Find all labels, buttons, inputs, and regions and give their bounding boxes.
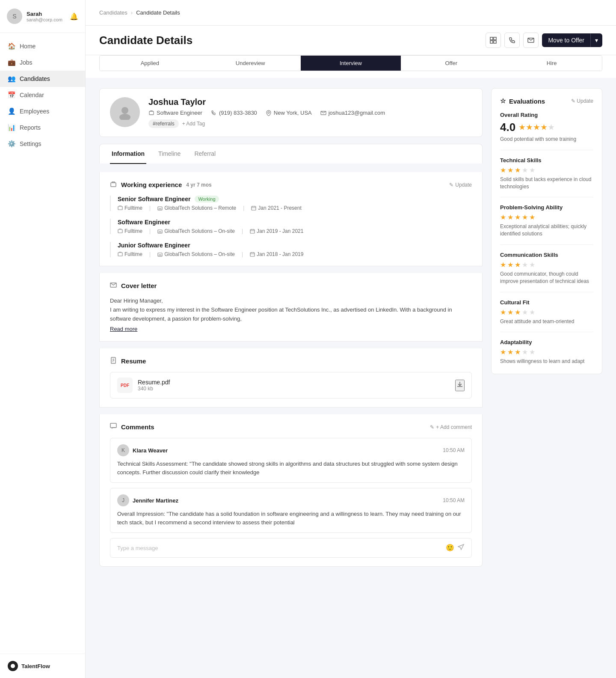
candidates-icon: 👥 xyxy=(8,75,15,83)
download-resume-button[interactable] xyxy=(455,380,465,391)
stage-interview[interactable]: Interview xyxy=(301,56,401,71)
work-period: Jan 2019 - Jan 2021 xyxy=(250,228,303,234)
sidebar-item-reports[interactable]: 📊 Reports xyxy=(0,119,85,136)
work-experience-update-link[interactable]: ✎ Update xyxy=(449,182,472,188)
svg-point-0 xyxy=(11,664,15,668)
stage-applied[interactable]: Applied xyxy=(100,56,200,71)
resume-filename: Resume.pdf xyxy=(138,379,170,386)
problem-solving-label: Problem-Solving Ability xyxy=(500,204,593,211)
svg-rect-3 xyxy=(490,41,493,43)
comment-time: 10:50 AM xyxy=(443,497,465,503)
edit-icon: ✎ xyxy=(571,98,575,104)
emoji-icon[interactable]: 🙂 xyxy=(446,544,454,552)
tab-information[interactable]: Information xyxy=(110,144,146,164)
cover-letter-text: Dear Hiring Manager,I am writing to expr… xyxy=(110,297,472,323)
user-name: Sarah xyxy=(27,11,65,17)
cover-letter-header: Cover letter xyxy=(110,282,472,290)
home-icon: 🏠 xyxy=(8,42,15,50)
notification-bell-icon[interactable]: 🔔 xyxy=(70,12,78,21)
topbar: Candidates › Candidate Details xyxy=(86,0,616,26)
sidebar-item-label: Settings xyxy=(20,140,41,147)
comments-section: Comments ✎ + Add comment K Klara Weaver xyxy=(99,414,483,567)
tag-referrals[interactable]: #referrals xyxy=(148,119,179,128)
sidebar-item-employees[interactable]: 👤 Employees xyxy=(0,103,85,119)
jobs-icon: 💼 xyxy=(8,59,15,66)
send-icon[interactable] xyxy=(458,544,465,552)
stage-bar: Applied Undereview Interview Offer Hire xyxy=(99,55,602,71)
breadcrumb-parent[interactable]: Candidates xyxy=(99,9,127,16)
move-to-offer-button[interactable]: Move to Offer ▾ xyxy=(542,33,602,47)
main-content: Candidates › Candidate Details Candidate… xyxy=(86,0,616,678)
cultural-fit-stars: ★ ★ ★ ★ ★ xyxy=(500,308,593,316)
tab-timeline[interactable]: Timeline xyxy=(157,144,182,164)
sidebar-item-home[interactable]: 🏠 Home xyxy=(0,38,85,54)
phone-button[interactable] xyxy=(504,33,520,48)
message-input[interactable] xyxy=(117,545,446,551)
commenter-avatar: J xyxy=(117,494,129,506)
cultural-fit-section: Cultural Fit ★ ★ ★ ★ ★ Great attitude an… xyxy=(500,299,593,333)
cover-letter-title: Cover letter xyxy=(110,282,157,290)
problem-solving-desc: Exceptional analytical abilities; quickl… xyxy=(500,223,593,238)
resume-title: Resume xyxy=(110,357,146,365)
overall-rating-label: Overall Rating xyxy=(500,112,593,118)
resume-header: Resume xyxy=(110,357,472,365)
candidate-avatar xyxy=(110,97,140,127)
candidate-phone: (919) 833-3830 xyxy=(211,110,257,116)
resume-file: PDF Resume.pdf 340 kb xyxy=(110,372,472,398)
candidate-name: Joshua Taylor xyxy=(148,97,472,107)
candidate-card: Joshua Taylor Software Engineer (919) 83… xyxy=(99,88,483,137)
commenter-name: Klara Weaver xyxy=(133,447,168,454)
brand-name: TalentFlow xyxy=(21,663,50,669)
work-experience-section: Working experience 4 yr 7 mos ✎ Update S… xyxy=(99,172,483,266)
candidate-location: New York, USA xyxy=(266,110,312,116)
sidebar-item-candidates[interactable]: 👥 Candidates xyxy=(0,71,85,87)
work-type: Fulltime xyxy=(118,205,142,211)
envelope-icon xyxy=(110,282,117,290)
resume-size: 340 kb xyxy=(138,386,170,392)
chevron-down-icon[interactable]: ▾ xyxy=(590,33,602,47)
email-button[interactable] xyxy=(523,33,539,48)
svg-rect-20 xyxy=(250,253,255,256)
communication-skills-desc: Good communicator, though could improve … xyxy=(500,271,593,285)
stage-hire[interactable]: Hire xyxy=(501,56,602,71)
add-comment-link[interactable]: ✎ + Add comment xyxy=(430,424,472,430)
commenter-name: Jennifer Martinez xyxy=(133,497,178,504)
breadcrumb: Candidates › Candidate Details xyxy=(99,9,180,16)
cultural-fit-desc: Great attitude and team-oriented xyxy=(500,318,593,325)
technical-skills-section: Technical Skills ★ ★ ★ ★ ★ Solid skills … xyxy=(500,157,593,198)
page-title: Candidate Details xyxy=(99,34,192,54)
adaptability-section: Adaptability ★ ★ ★ ★ ★ Shows willingness… xyxy=(500,339,593,365)
candidate-email: joshua123@gmail.com xyxy=(320,110,385,116)
problem-solving-section: Problem-Solving Ability ★ ★ ★ ★ ★ Except… xyxy=(500,204,593,245)
page-header: Candidate Details Move to Offer ▾ xyxy=(86,26,616,55)
evaluations-update-link[interactable]: ✎ Update xyxy=(571,98,593,104)
stage-offer[interactable]: Offer xyxy=(401,56,501,71)
sidebar-item-settings[interactable]: ⚙️ Settings xyxy=(0,136,85,152)
comments-title: Comments xyxy=(110,423,154,431)
svg-rect-1 xyxy=(490,37,493,40)
tab-referral[interactable]: Referral xyxy=(192,144,217,164)
communication-skills-label: Communication Skills xyxy=(500,252,593,258)
work-entry-1: Software Engineer Fulltime | GlobalTech … xyxy=(110,219,472,234)
work-badge: Working xyxy=(195,196,219,202)
read-more-link[interactable]: Read more xyxy=(110,326,137,332)
svg-rect-14 xyxy=(252,206,256,210)
sidebar-item-jobs[interactable]: 💼 Jobs xyxy=(0,54,85,71)
stage-undereview[interactable]: Undereview xyxy=(200,56,301,71)
work-period: Jan 2018 - Jan 2019 xyxy=(250,251,303,257)
candidate-info: Joshua Taylor Software Engineer (919) 83… xyxy=(148,97,472,128)
commenter-avatar: K xyxy=(117,444,129,456)
work-entry-0: Senior Software Engineer Working Fulltim… xyxy=(110,196,472,211)
sidebar-nav: 🏠 Home 💼 Jobs 👥 Candidates 📅 Calendar 👤 … xyxy=(0,33,85,654)
candidate-job-title: Software Engineer xyxy=(148,110,202,116)
svg-point-7 xyxy=(119,114,130,120)
technical-skills-label: Technical Skills xyxy=(500,157,593,164)
cover-letter-section: Cover letter Dear Hiring Manager,I am wr… xyxy=(99,273,483,342)
view-toggle-button[interactable] xyxy=(486,33,501,48)
work-company: GlobalTech Solutions – On-site xyxy=(157,228,235,234)
svg-rect-8 xyxy=(149,111,154,115)
add-tag-button[interactable]: + Add Tag xyxy=(182,121,205,127)
candidate-tags: #referrals + Add Tag xyxy=(148,119,472,128)
sidebar-item-calendar[interactable]: 📅 Calendar xyxy=(0,87,85,103)
adaptability-desc: Shows willingness to learn and adapt xyxy=(500,358,593,365)
